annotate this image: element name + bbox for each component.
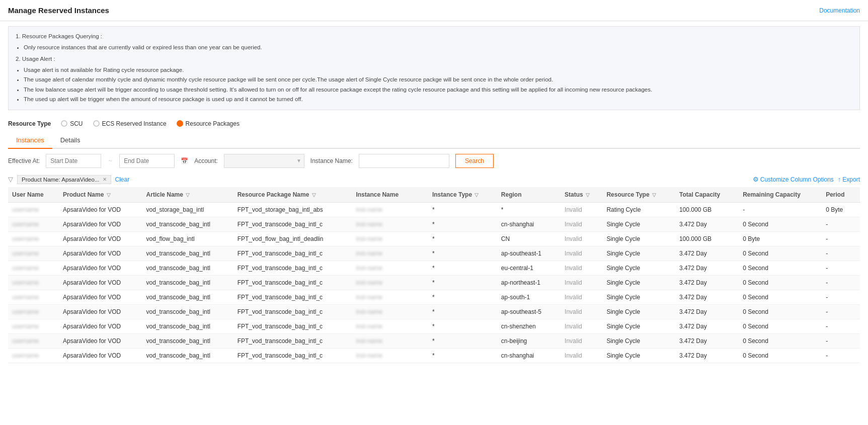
- cell-total-cap: 3.472 Day: [675, 246, 739, 261]
- cell-product: ApsaraVideo for VOD: [59, 275, 142, 290]
- col-header-total-capacity: Total Capacity: [675, 187, 739, 203]
- filter-tag-close-btn[interactable]: ✕: [103, 177, 107, 182]
- cell-status: Invalid: [561, 202, 602, 217]
- instance-name-input[interactable]: [359, 154, 449, 168]
- table-row: username ApsaraVideo for VOD vod_transco…: [8, 217, 860, 231]
- search-button[interactable]: Search: [455, 154, 494, 168]
- radio-scu[interactable]: SCU: [61, 120, 83, 127]
- cell-resource-type: Single Cycle: [602, 333, 675, 348]
- export-btn[interactable]: ↑ Export: [838, 176, 860, 183]
- gear-icon: ⚙: [753, 176, 759, 183]
- cell-period: 0 Byte: [822, 202, 860, 217]
- cell-resource-type: Single Cycle: [602, 290, 675, 304]
- resource-type-filter-icon[interactable]: ▽: [652, 192, 656, 198]
- cell-instance-type: *: [428, 231, 497, 246]
- start-date-input[interactable]: [46, 154, 101, 168]
- radio-ecs[interactable]: ECS Reserved Instance: [93, 120, 167, 127]
- cell-remaining-cap: 0 Second: [739, 261, 822, 275]
- article-name-filter-icon[interactable]: ▽: [186, 192, 190, 198]
- resource-pkg-filter-icon[interactable]: ▽: [312, 192, 316, 198]
- cell-region: cn-beijing: [497, 333, 561, 348]
- cell-instance-type: *: [428, 348, 497, 363]
- cell-period: -: [822, 217, 860, 231]
- cell-region: ap-northeast-1: [497, 275, 561, 290]
- cell-resource-pkg: FPT_vod_transcode_bag_intl_c: [233, 290, 352, 304]
- cell-resource-type: Single Cycle: [602, 246, 675, 261]
- page-title: Manage Reserved Instances: [8, 6, 109, 15]
- table-row: username ApsaraVideo for VOD vod_transco…: [8, 333, 860, 348]
- cell-instance: inst-name: [352, 333, 428, 348]
- cell-instance: inst-name: [352, 261, 428, 275]
- cell-instance: inst-name: [352, 202, 428, 217]
- cell-resource-pkg: FPT_vod_transcode_bag_intl_c: [233, 348, 352, 363]
- documentation-link[interactable]: Documentation: [819, 7, 860, 14]
- cell-instance-type: *: [428, 290, 497, 304]
- col-header-resource-type: Resource Type ▽: [602, 187, 675, 203]
- date-range-separator: ～: [107, 156, 113, 165]
- cell-remaining-cap: 0 Byte: [739, 231, 822, 246]
- cell-remaining-cap: 0 Second: [739, 319, 822, 333]
- status-filter-icon[interactable]: ▽: [586, 192, 590, 198]
- cell-article: vod_transcode_bag_intl: [142, 348, 233, 363]
- table-row: username ApsaraVideo for VOD vod_transco…: [8, 304, 860, 319]
- col-header-region: Region: [497, 187, 561, 203]
- cell-user: username: [8, 290, 59, 304]
- cell-resource-pkg: FPT_vod_transcode_bag_intl_c: [233, 246, 352, 261]
- cell-instance-type: *: [428, 319, 497, 333]
- account-select[interactable]: [224, 154, 304, 168]
- tab-instances[interactable]: Instances: [8, 132, 52, 149]
- cell-user: username: [8, 319, 59, 333]
- cell-region: cn-shenzhen: [497, 319, 561, 333]
- cell-period: -: [822, 231, 860, 246]
- cell-period: -: [822, 333, 860, 348]
- cell-product: ApsaraVideo for VOD: [59, 333, 142, 348]
- cell-period: -: [822, 290, 860, 304]
- cell-instance: inst-name: [352, 246, 428, 261]
- customize-column-btn[interactable]: ⚙ Customize Column Options: [753, 176, 834, 183]
- cell-instance-type: *: [428, 217, 497, 231]
- instance-name-label: Instance Name:: [310, 157, 353, 164]
- cell-status: Invalid: [561, 348, 602, 363]
- tabs-row: Instances Details: [8, 132, 860, 149]
- cell-instance: inst-name: [352, 304, 428, 319]
- col-header-remaining-capacity: Remaining Capacity: [739, 187, 822, 203]
- info-section-2: 2. Usage Alert : Usage alert is not avai…: [16, 54, 852, 105]
- cell-instance-type: *: [428, 246, 497, 261]
- cell-instance-type: *: [428, 275, 497, 290]
- cell-period: -: [822, 275, 860, 290]
- tab-details[interactable]: Details: [52, 132, 89, 149]
- cell-user: username: [8, 348, 59, 363]
- clear-filters-link[interactable]: Clear: [115, 176, 130, 183]
- info-box: 1. Resource Packages Querying : Only res…: [8, 26, 860, 110]
- instance-type-filter-icon[interactable]: ▽: [475, 192, 479, 198]
- radio-scu-circle: [61, 120, 67, 127]
- cell-product: ApsaraVideo for VOD: [59, 217, 142, 231]
- cell-status: Invalid: [561, 275, 602, 290]
- cell-article: vod_transcode_bag_intl: [142, 304, 233, 319]
- cell-status: Invalid: [561, 261, 602, 275]
- cell-region: eu-central-1: [497, 261, 561, 275]
- cell-period: -: [822, 348, 860, 363]
- end-date-input[interactable]: [119, 154, 175, 168]
- filter-tags-toolbar-row: ▽ Product Name: ApsaraVideo... ✕ Clear ⚙…: [0, 173, 868, 187]
- cell-user: username: [8, 246, 59, 261]
- cell-total-cap: 3.472 Day: [675, 319, 739, 333]
- cell-instance: inst-name: [352, 275, 428, 290]
- cell-product: ApsaraVideo for VOD: [59, 348, 142, 363]
- cell-total-cap: 3.472 Day: [675, 348, 739, 363]
- cell-status: Invalid: [561, 246, 602, 261]
- cell-article: vod_transcode_bag_intl: [142, 333, 233, 348]
- radio-rp[interactable]: Resource Packages: [177, 120, 240, 127]
- cell-article: vod_transcode_bag_intl: [142, 217, 233, 231]
- cell-remaining-cap: -: [739, 202, 822, 217]
- table-row: username ApsaraVideo for VOD vod_storage…: [8, 202, 860, 217]
- info-bullet-2-1: Usage alert is not available for Rating …: [24, 65, 852, 75]
- col-header-instance-type: Instance Type ▽: [428, 187, 497, 203]
- cell-resource-pkg: FPT_vod_transcode_bag_intl_c: [233, 261, 352, 275]
- cell-resource-type: Rating Cycle: [602, 202, 675, 217]
- cell-article: vod_transcode_bag_intl: [142, 290, 233, 304]
- cell-product: ApsaraVideo for VOD: [59, 304, 142, 319]
- product-name-filter-icon[interactable]: ▽: [107, 192, 111, 198]
- account-select-wrap: ▼: [224, 154, 304, 168]
- radio-scu-label: SCU: [70, 120, 83, 127]
